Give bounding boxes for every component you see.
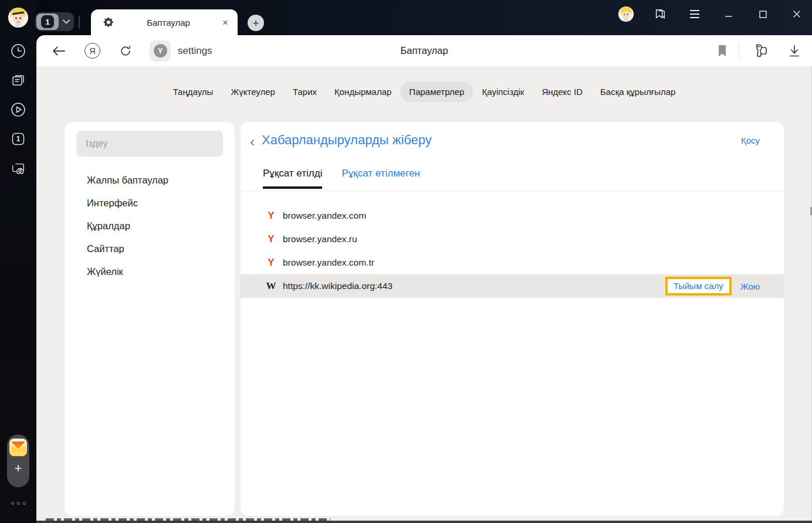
nav-tab-security[interactable]: Қауіпсіздік [473, 81, 533, 102]
chrome-divider [79, 16, 80, 29]
active-browser-tab[interactable]: Баптаулар × [91, 9, 238, 35]
yandex-favicon-icon: Y [265, 233, 277, 245]
tab-title: Баптаулар [114, 18, 222, 28]
site-badge-icon[interactable]: Y [150, 40, 171, 62]
nav-tab-history[interactable]: Тарих [284, 81, 326, 102]
table-row[interactable]: Y browser.yandex.ru [241, 227, 784, 251]
search-input[interactable] [76, 131, 223, 157]
table-row[interactable]: Y browser.yandex.com [241, 204, 784, 227]
browser-window: 1 Баптаулар × + [0, 0, 812, 523]
sidebar-item-interface[interactable]: Интерфейс [65, 192, 235, 215]
nav-tab-extensions[interactable]: Қондырмалар [326, 81, 400, 102]
screenshot-icon[interactable] [11, 161, 26, 176]
allowed-sites-list: Y browser.yandex.com Y browser.yandex.ru… [241, 204, 784, 298]
site-url: browser.yandex.com.tr [283, 257, 374, 268]
background-content-sliver [46, 518, 330, 521]
tab-gear-icon [103, 16, 114, 28]
tabs-counter-icon[interactable]: 1 [11, 131, 26, 147]
side-panel-apps: + [7, 434, 29, 487]
player-icon[interactable] [11, 102, 26, 117]
download-icon[interactable] [789, 45, 800, 57]
address-toolbar: Я Y settings Баптаулар [36, 35, 812, 66]
block-button[interactable]: Тыйым салу [674, 281, 723, 291]
nav-tab-other-devices[interactable]: Басқа құрылғылар [591, 81, 684, 102]
table-row[interactable]: Y browser.yandex.com.tr [241, 251, 784, 274]
highlight-box: Тыйым салу [665, 277, 732, 296]
history-icon[interactable] [11, 43, 26, 59]
nav-tab-favorites[interactable]: Таңдаулы [164, 81, 222, 102]
profile-avatar[interactable] [8, 8, 28, 28]
toolbar-divider [739, 43, 739, 59]
minimize-button[interactable] [722, 7, 736, 21]
notifications-settings-panel: ‹ Хабарландыруларды жіберу Қосу Рұқсат е… [241, 122, 784, 516]
settings-page: Таңдаулы Жүктеулер Тарих Қондырмалар Пар… [36, 66, 812, 523]
nav-tab-downloads[interactable]: Жүктеулер [222, 81, 284, 102]
table-row-wikipedia[interactable]: W https://kk.wikipedia.org:443 Тыйым сал… [241, 274, 784, 298]
add-panel-icon[interactable]: + [15, 462, 22, 475]
nav-tab-settings[interactable]: Параметрлер [400, 81, 473, 102]
site-url: browser.yandex.com [283, 210, 366, 221]
yandex-mail-icon[interactable] [9, 439, 27, 456]
tab-group-count: 1 [45, 18, 49, 26]
close-button[interactable] [790, 7, 804, 21]
yandex-favicon-icon: Y [265, 210, 277, 222]
site-url: https://kk.wikipedia.org:443 [283, 281, 393, 291]
nav-tab-yandex-id[interactable]: Яндекс ID [533, 81, 591, 102]
back-chevron-icon[interactable]: ‹ [250, 133, 255, 151]
settings-sidebar: Жалпы баптаулар Интерфейс Құралдар Сайтт… [65, 122, 235, 516]
delete-button[interactable]: Жою [740, 281, 760, 291]
settings-nav-tabs: Таңдаулы Жүктеулер Тарих Қондырмалар Пар… [36, 81, 812, 102]
maximize-button[interactable] [756, 7, 770, 21]
yandex-logo-icon[interactable]: Я [84, 43, 100, 59]
collections-icon[interactable] [654, 7, 668, 21]
tab-allowed[interactable]: Рұқсат етілді [263, 168, 322, 189]
chevron-down-icon[interactable] [59, 19, 74, 24]
titlebar-avatar[interactable] [618, 6, 634, 22]
yandex-favicon-icon: Y [265, 257, 277, 269]
section-title: Хабарландыруларды жіберу [262, 133, 432, 148]
add-site-link[interactable]: Қосу [741, 135, 760, 145]
menu-icon[interactable] [688, 7, 702, 21]
tab-close-icon[interactable]: × [222, 18, 228, 28]
bookmark-icon[interactable] [718, 45, 727, 57]
tab-group-control[interactable]: 1 [35, 12, 74, 31]
site-url: browser.yandex.ru [283, 234, 357, 244]
tab-group-count-badge: 1 [36, 13, 59, 30]
back-icon[interactable] [52, 46, 66, 56]
tabs-divider [241, 191, 784, 191]
new-tab-button[interactable]: + [248, 15, 264, 31]
notes-icon[interactable] [11, 73, 26, 88]
refresh-icon[interactable] [119, 45, 132, 57]
address-text[interactable]: settings [178, 45, 212, 57]
tab-blocked[interactable]: Рұқсат етілмеген [341, 168, 420, 189]
wikipedia-favicon-icon: W [265, 280, 277, 292]
more-dots-icon[interactable] [0, 502, 36, 505]
sidebar-item-tools[interactable]: Құралдар [65, 215, 235, 237]
sidebar-item-sites[interactable]: Сайттар [65, 237, 235, 260]
sidebar-item-system[interactable]: Жүйелік [65, 260, 235, 283]
sidebar-item-general[interactable]: Жалпы баптаулар [65, 169, 235, 192]
protect-passwords-icon[interactable] [751, 43, 769, 59]
